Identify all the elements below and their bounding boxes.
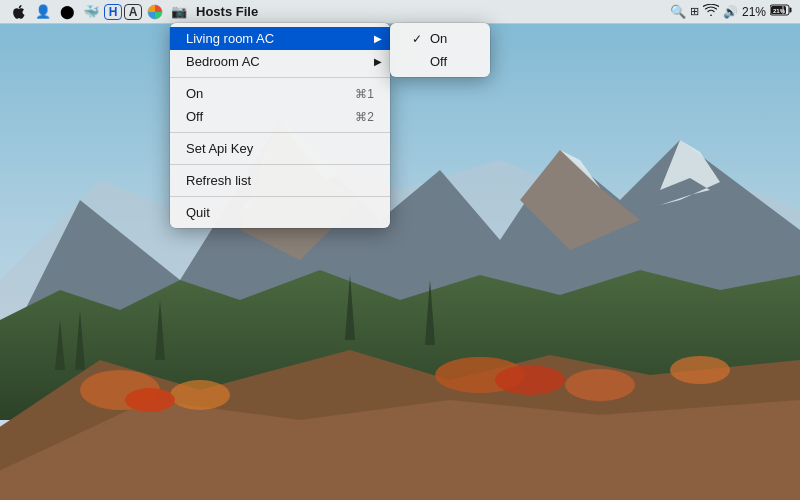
person-icon[interactable]: 👤 (32, 1, 54, 23)
menu-item-off[interactable]: Off ⌘2 (170, 105, 390, 128)
submenu-living-room-ac: ✓ On ✓ Off (390, 23, 490, 77)
camera-icon[interactable]: 📷 (168, 1, 190, 23)
menu-item-set-api-key[interactable]: Set Api Key (170, 137, 390, 160)
svg-marker-15 (0, 400, 800, 500)
separator-2 (170, 132, 390, 133)
control-center-icon[interactable]: ⊞ (690, 5, 699, 18)
battery-percent: 21% (742, 5, 766, 19)
separator-1 (170, 77, 390, 78)
menubar-right: 🔍 ⊞ 🔊 21% 21% (670, 4, 800, 19)
menu-item-quit[interactable]: Quit (170, 201, 390, 224)
a-badge-icon[interactable]: A (124, 4, 142, 20)
color-wheel-icon[interactable] (144, 1, 166, 23)
svg-point-20 (670, 356, 730, 384)
svg-point-19 (565, 369, 635, 401)
menu-item-refresh-list[interactable]: Refresh list (170, 169, 390, 192)
dropdown-menu: Living room AC ✓ On ✓ Off Bedroom AC On … (170, 23, 390, 228)
volume-icon[interactable]: 🔊 (723, 5, 738, 19)
app-name[interactable]: Hosts File (192, 4, 262, 19)
apple-icon[interactable] (8, 1, 30, 23)
h-badge-icon[interactable]: H (104, 4, 122, 20)
separator-4 (170, 196, 390, 197)
menu-item-on[interactable]: On ⌘1 (170, 82, 390, 105)
battery-icon: 21% (770, 4, 792, 19)
wifi-icon[interactable] (703, 4, 719, 19)
whale-icon[interactable]: 🐳 (80, 1, 102, 23)
menu-item-bedroom-ac[interactable]: Bedroom AC (170, 50, 390, 73)
submenu-item-off[interactable]: ✓ Off (390, 50, 490, 73)
svg-point-22 (495, 365, 565, 395)
menu-item-living-room-ac[interactable]: Living room AC ✓ On ✓ Off (170, 27, 390, 50)
menubar: 👤 ⬤ 🐳 H A 📷 Hosts File 🔍 ⊞ (0, 0, 800, 24)
svg-rect-25 (790, 8, 792, 13)
svg-text:21%: 21% (773, 8, 786, 14)
separator-3 (170, 164, 390, 165)
menubar-left: 👤 ⬤ 🐳 H A 📷 Hosts File (0, 1, 262, 23)
search-icon[interactable]: 🔍 (670, 4, 686, 19)
checkmark-on: ✓ (410, 32, 424, 46)
dot-icon[interactable]: ⬤ (56, 1, 78, 23)
submenu-item-on[interactable]: ✓ On (390, 27, 490, 50)
svg-point-21 (125, 388, 175, 412)
svg-point-17 (170, 380, 230, 410)
